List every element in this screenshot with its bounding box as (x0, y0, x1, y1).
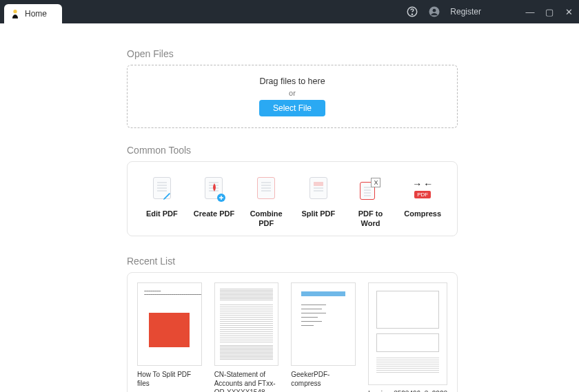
tool-label: Compress (404, 209, 441, 218)
titlebar-right: Register — ▢ ✕ (406, 0, 573, 23)
compress-icon: →←PDF (410, 173, 435, 203)
recent-item[interactable]: ▬▬▬▬▬▬▬▬▬▬▬▬▬▬▬▬▬▬▬▬▬▬▬▬▬▬▬▬▬▬▬▬▬▬▬▬ How… (137, 282, 202, 392)
svg-point-0 (13, 10, 17, 13)
user-icon[interactable] (428, 6, 440, 18)
document-thumbnail: ▬▬▬▬▬▬▬▬▬▬▬▬▬▬▬▬▬▬▬▬▬▬▬▬▬▬▬▬▬▬▬▬▬▬▬▬ (137, 282, 202, 367)
tool-pdf-to-word[interactable]: X PDF to Word (345, 173, 397, 229)
recent-item[interactable]: ▬▬▬▬▬▬▬▬▬▬▬▬▬▬▬▬▬▬▬▬▬▬▬▬▬▬▬▬▬▬▬▬▬▬▬▬▬▬▬▬… (291, 282, 356, 392)
tool-label: Create PDF (194, 209, 234, 218)
main-content: Open Files Drag files to here or Select … (127, 48, 458, 392)
split-pdf-icon (306, 173, 331, 203)
titlebar: Home Register — ▢ ✕ (0, 0, 579, 23)
tool-combine-pdf[interactable]: Combine PDF (240, 173, 292, 229)
select-file-button[interactable]: Select File (259, 100, 325, 116)
tool-label: Edit PDF (146, 209, 178, 218)
tool-edit-pdf[interactable]: Edit PDF (136, 173, 188, 229)
create-pdf-icon (201, 173, 226, 203)
tool-split-pdf[interactable]: Split PDF (292, 173, 345, 229)
register-link[interactable]: Register (450, 7, 481, 17)
tab-label: Home (25, 9, 47, 19)
app-icon (10, 8, 21, 19)
close-button[interactable]: ✕ (564, 7, 573, 17)
help-icon[interactable] (406, 6, 418, 18)
drag-hint: Drag files to here (259, 76, 325, 86)
common-tools-title: Common Tools (127, 145, 458, 156)
document-thumbnail (368, 282, 447, 385)
svg-point-4 (433, 9, 436, 12)
window-controls: — ▢ ✕ (525, 7, 573, 17)
tool-create-pdf[interactable]: Create PDF (188, 173, 241, 229)
tool-compress[interactable]: →←PDF Compress (396, 173, 449, 229)
minimize-button[interactable]: — (525, 7, 535, 17)
recent-grid: ▬▬▬▬▬▬▬▬▬▬▬▬▬▬▬▬▬▬▬▬▬▬▬▬▬▬▬▬▬▬▬▬▬▬▬▬ How… (127, 272, 458, 392)
recent-item[interactable]: CN-Statement of Accounts and FTxx-QR-XXX… (214, 282, 279, 392)
document-thumbnail: ▬▬▬▬▬▬▬▬▬▬▬▬▬▬▬▬▬▬▬▬▬▬▬▬▬▬▬▬▬▬▬▬▬▬▬▬▬▬▬▬… (291, 282, 356, 367)
edit-pdf-icon (150, 173, 174, 203)
tool-label: Split PDF (301, 209, 335, 218)
recent-filename: CN-Statement of Accounts and FTxx-QR-XXX… (214, 370, 279, 392)
tool-label: PDF to Word (349, 209, 392, 229)
tool-label: Combine PDF (245, 209, 287, 229)
recent-filename: GeekerPDF-compress (291, 370, 356, 388)
file-dropzone[interactable]: Drag files to here or Select File (127, 65, 458, 128)
or-text: or (289, 89, 296, 97)
combine-pdf-icon (254, 173, 278, 203)
open-files-title: Open Files (127, 48, 458, 59)
tools-grid: Edit PDF Create PDF Combine PDF Split PD… (127, 161, 458, 236)
recent-filename: Invoice_3523496_3_2023 (2) (368, 389, 447, 392)
svg-point-2 (412, 14, 413, 14)
pdf-to-word-icon: X (358, 173, 383, 203)
home-tab[interactable]: Home (4, 4, 62, 23)
document-thumbnail (214, 282, 279, 367)
recent-item[interactable]: Invoice_3523496_3_2023 (2) (368, 282, 447, 392)
maximize-button[interactable]: ▢ (545, 7, 554, 17)
recent-list-title: Recent List (127, 256, 458, 267)
recent-filename: How To Split PDF files (137, 370, 202, 388)
